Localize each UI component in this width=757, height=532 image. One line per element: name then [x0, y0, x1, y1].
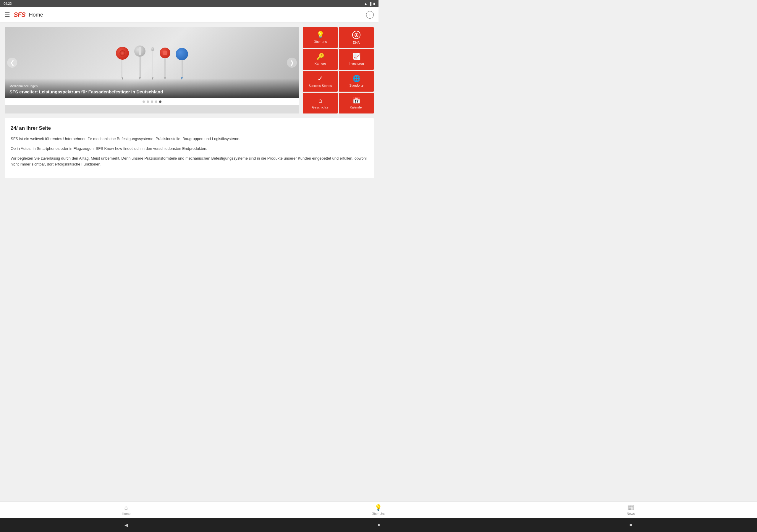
dna-label: DNA	[353, 41, 360, 44]
grid-btn-standorte[interactable]: 🌐 Standorte	[339, 71, 374, 92]
page-title: Home	[29, 12, 43, 18]
caption-subtitle: Medienmitteilungen	[10, 84, 294, 88]
content-para-3: Wir begleiten Sie zuverlässig durch den …	[11, 156, 368, 168]
geschichte-icon: ⌂	[318, 97, 322, 104]
grid-btn-karriere[interactable]: 🔑 Karriere	[303, 49, 338, 70]
upper-section: ❮ ❯ Medienmitteilungen SFS erweitert Lei…	[5, 27, 374, 113]
success-stories-icon: ✓	[317, 75, 323, 82]
sfs-logo: SFS	[14, 11, 25, 18]
content-para-2: Ob in Autos, in Smartphones oder in Flug…	[11, 146, 368, 152]
investoren-label: Investoren	[348, 62, 364, 65]
dot-4[interactable]	[155, 101, 157, 103]
grid-buttons: 💡 Über uns ⊕ DNA 🔑 Karriere 📈 Investoren…	[303, 27, 374, 113]
content-card: 24/ an Ihrer Seite SFS ist ein weltweit …	[5, 118, 374, 178]
wifi-icon: ▲	[364, 2, 367, 5]
slideshow: ❮ ❯ Medienmitteilungen SFS erweitert Lei…	[5, 27, 299, 113]
content-para-1: SFS ist ein weltweit führendes Unternehm…	[11, 136, 368, 142]
screw-4	[160, 47, 170, 80]
slideshow-caption: Medienmitteilungen SFS erweitert Leistun…	[5, 78, 299, 99]
dot-3[interactable]	[151, 101, 153, 103]
geschichte-label: Geschichte	[312, 105, 328, 109]
standorte-label: Standorte	[349, 84, 363, 87]
slide-dots	[5, 98, 299, 105]
info-button[interactable]: i	[366, 11, 374, 18]
caption-title: SFS erweitert Leistungsspektrum für Fass…	[10, 89, 294, 95]
dot-2[interactable]	[147, 101, 149, 103]
screw-5	[176, 48, 188, 80]
status-icons: ▲ ▐ ▮	[364, 2, 375, 6]
dot-1[interactable]	[142, 101, 145, 103]
kalender-icon: 📅	[352, 97, 360, 104]
ueber-uns-label: Über uns	[314, 40, 327, 44]
hamburger-menu[interactable]: ☰	[5, 11, 10, 18]
grid-btn-ueber-uns[interactable]: 💡 Über uns	[303, 27, 338, 48]
content-body: SFS ist ein weltweit führendes Unternehm…	[11, 136, 368, 167]
battery-icon: ▮	[373, 2, 375, 6]
screw-2	[134, 45, 145, 80]
grid-btn-dna[interactable]: ⊕ DNA	[339, 27, 374, 48]
grid-btn-geschichte[interactable]: ⌂ Geschichte	[303, 93, 338, 113]
karriere-label: Karriere	[314, 62, 326, 65]
investoren-icon: 📈	[352, 53, 360, 60]
kalender-label: Kalender	[350, 105, 363, 109]
grid-btn-kalender[interactable]: 📅 Kalender	[339, 93, 374, 113]
dna-icon: ⊕	[352, 31, 360, 39]
content-heading: 24/ an Ihrer Seite	[11, 125, 368, 131]
screw-3	[151, 47, 154, 80]
signal-icon: ▐	[369, 2, 371, 5]
status-time: 09:23	[4, 2, 12, 5]
ueber-uns-icon: 💡	[317, 32, 324, 38]
slide-prev-button[interactable]: ❮	[7, 58, 17, 68]
karriere-icon: 🔑	[317, 53, 324, 60]
screw-1	[116, 47, 129, 80]
grid-btn-success-stories[interactable]: ✓ Success Stories	[303, 71, 338, 92]
dot-5[interactable]	[159, 101, 162, 103]
success-stories-label: Success Stories	[309, 84, 332, 87]
slide-next-button[interactable]: ❯	[287, 58, 297, 68]
grid-btn-investoren[interactable]: 📈 Investoren	[339, 49, 374, 70]
status-bar: 09:23 ▲ ▐ ▮	[0, 0, 378, 7]
standorte-icon: 🌐	[352, 75, 360, 82]
main-content: ❮ ❯ Medienmitteilungen SFS erweitert Lei…	[0, 22, 378, 250]
nav-bar: ☰ SFS Home i	[0, 7, 378, 22]
slideshow-image: ❮ ❯ Medienmitteilungen SFS erweitert Lei…	[5, 27, 299, 98]
